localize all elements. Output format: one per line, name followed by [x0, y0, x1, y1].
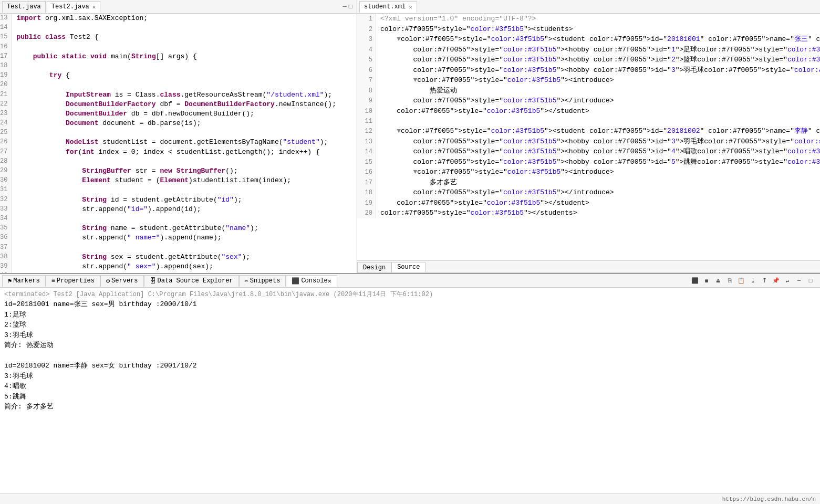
table-row: 31	[0, 185, 357, 195]
left-pane: Test.java Test2.java ✕ ─ □ 13import org.…	[0, 0, 357, 273]
line-number: 28	[0, 157, 12, 166]
console-disconnect-btn[interactable]: ⏏	[713, 276, 723, 286]
console-clear-btn[interactable]: ⬛	[690, 276, 700, 286]
console-terminated-line: <terminated> Test2 [Java Application] C:…	[4, 290, 816, 299]
xml-line-content: color:#7f0055">style="color:#3f51b5"></i…	[376, 187, 820, 198]
line-number: 15	[0, 33, 12, 42]
left-editor[interactable]: 13import org.xml.sax.SAXException;14 15p…	[0, 14, 357, 273]
line-number: 34	[0, 214, 12, 224]
console-icon: ⬛	[292, 277, 299, 285]
line-number: 18	[0, 61, 12, 71]
console-output-line: 2:篮球	[4, 320, 816, 330]
console-output-line: id=20181002 name=李静 sex=女 birthday :2001…	[4, 361, 816, 371]
properties-icon: ≡	[51, 277, 55, 285]
table-row: 21 InputStream is = Class.class.getResou…	[0, 90, 357, 100]
tab-studentxml[interactable]: student.xml ✕	[359, 1, 417, 13]
xml-line: 4 color:#7f0055">style="color:#3f51b5"><…	[357, 45, 820, 55]
table-row: 29 StringBuffer str = new StringBuffer()…	[0, 166, 357, 176]
xml-line-number: 20	[357, 208, 376, 218]
table-row: 35 String name = student.getAttribute("n…	[0, 224, 357, 233]
table-row: 30 Element student = (Element)studentLis…	[0, 176, 357, 185]
table-row: 15public class Test2 {	[0, 33, 357, 42]
tab-studentxml-close[interactable]: ✕	[409, 4, 412, 10]
xml-line-content: color:#7f0055">style="color:#3f51b5"><ho…	[376, 55, 820, 65]
xml-line-number: 9	[357, 96, 376, 106]
xml-line-content: 热爱运动	[376, 86, 820, 96]
code-line: StringBuffer str = new StringBuffer();	[12, 166, 357, 176]
tab-servers[interactable]: ⚙ Servers	[100, 275, 144, 287]
table-row: 24 Document document = db.parse(is);	[0, 119, 357, 128]
table-row: 40	[0, 271, 357, 273]
status-right: https://blog.csdn.habu.cn/n	[722, 496, 816, 502]
minimize-icon[interactable]: ─	[343, 3, 347, 10]
table-row: 26 NodeList studentList = document.getEl…	[0, 138, 357, 147]
xml-line-content: color:#7f0055">style="color:#3f51b5"><ho…	[376, 146, 820, 157]
console-copy-btn[interactable]: ⎘	[724, 276, 735, 286]
table-row: 25	[0, 128, 357, 138]
console-scroll-start-btn[interactable]: ⤒	[759, 276, 770, 286]
tab-test2java-close[interactable]: ✕	[92, 4, 96, 10]
line-number: 16	[0, 43, 12, 52]
console-output-line: 1:足球	[4, 310, 816, 320]
bottom-tab-bar: ⚑ Markers ≡ Properties ⚙ Servers 🗄 Data …	[0, 274, 820, 288]
tab-source[interactable]: Source	[391, 262, 425, 272]
xml-line-number: 15	[357, 157, 376, 167]
line-number: 23	[0, 109, 12, 119]
console-scroll-end-btn[interactable]: ⤓	[748, 276, 758, 286]
xml-line-content: 多才多艺	[376, 177, 820, 188]
xml-line-content: ▼color:#7f0055">style="color:#3f51b5"><s…	[376, 34, 820, 45]
tab-testjava[interactable]: Test.java	[2, 1, 46, 13]
tab-properties[interactable]: ≡ Properties	[46, 275, 100, 287]
xml-line-content: color:#7f0055">style="color:#3f51b5"><ho…	[376, 136, 820, 147]
code-line: String sex = student.getAttribute("sex")…	[12, 253, 357, 262]
console-pin-btn[interactable]: 📌	[771, 276, 781, 286]
tab-test2java[interactable]: Test2.java ✕	[47, 1, 101, 13]
marker-icon: ⚑	[8, 277, 12, 285]
tab-testjava-label: Test.java	[7, 3, 41, 10]
table-row: 14	[0, 23, 357, 33]
xml-line-number: 3	[357, 34, 376, 45]
tab-datasource[interactable]: 🗄 Data Source Explorer	[144, 275, 239, 287]
maximize-icon[interactable]: □	[349, 3, 352, 10]
bottom-minimize-icon[interactable]: ─	[794, 276, 804, 286]
code-line: public class Test2 {	[12, 33, 357, 42]
console-word-wrap-btn[interactable]: ↵	[782, 276, 793, 286]
xml-line-number: 6	[357, 65, 376, 76]
xml-line: 2color:#7f0055">style="color:#3f51b5"><s…	[357, 24, 820, 35]
line-number: 31	[0, 185, 12, 195]
tab-console-close[interactable]: ✕	[328, 277, 331, 285]
xml-line-number: 11	[357, 116, 376, 126]
xml-line: 8 热爱运动	[357, 86, 820, 96]
line-number: 35	[0, 224, 12, 233]
tab-markers[interactable]: ⚑ Markers	[2, 275, 46, 287]
expand-icon[interactable]: ▼	[397, 127, 401, 135]
code-line	[12, 61, 357, 71]
xml-line: 11	[357, 116, 820, 126]
line-number: 26	[0, 138, 12, 147]
console-paste-btn[interactable]: 📋	[736, 276, 746, 286]
expand-icon[interactable]: ▼	[397, 35, 401, 43]
console-output-line: 简介: 多才多艺	[4, 402, 816, 412]
console-content[interactable]: <terminated> Test2 [Java Application] C:…	[0, 288, 820, 494]
tab-console[interactable]: ⬛ Console ✕	[286, 275, 337, 287]
xml-line-number: 2	[357, 24, 376, 35]
line-number: 21	[0, 90, 12, 100]
tab-snippets[interactable]: ✂ Snippets	[239, 275, 286, 287]
servers-icon: ⚙	[106, 277, 110, 285]
left-tab-bar: Test.java Test2.java ✕ ─ □	[0, 0, 357, 14]
xml-line-number: 19	[357, 198, 376, 208]
console-terminate-btn[interactable]: ◼	[701, 276, 712, 286]
table-row: 33 str.append("id=").append(id);	[0, 205, 357, 214]
bottom-maximize-icon[interactable]: □	[805, 276, 816, 286]
xml-editor[interactable]: 1<?xml version="1.0" encoding="UTF-8"?>2…	[357, 14, 820, 260]
datasource-icon: 🗄	[150, 277, 156, 285]
tab-console-label: Console	[301, 277, 327, 285]
table-row: 16	[0, 43, 357, 52]
xml-line-content: <?xml version="1.0" encoding="UTF-8"?>	[376, 14, 820, 24]
xml-line-number: 12	[357, 126, 376, 136]
console-output-line: 3:羽毛球	[4, 371, 816, 382]
code-line: public static void main(String[] args) {	[12, 52, 357, 61]
line-number: 40	[0, 271, 12, 273]
xml-line-number: 16	[357, 167, 376, 177]
tab-design[interactable]: Design	[357, 262, 391, 272]
